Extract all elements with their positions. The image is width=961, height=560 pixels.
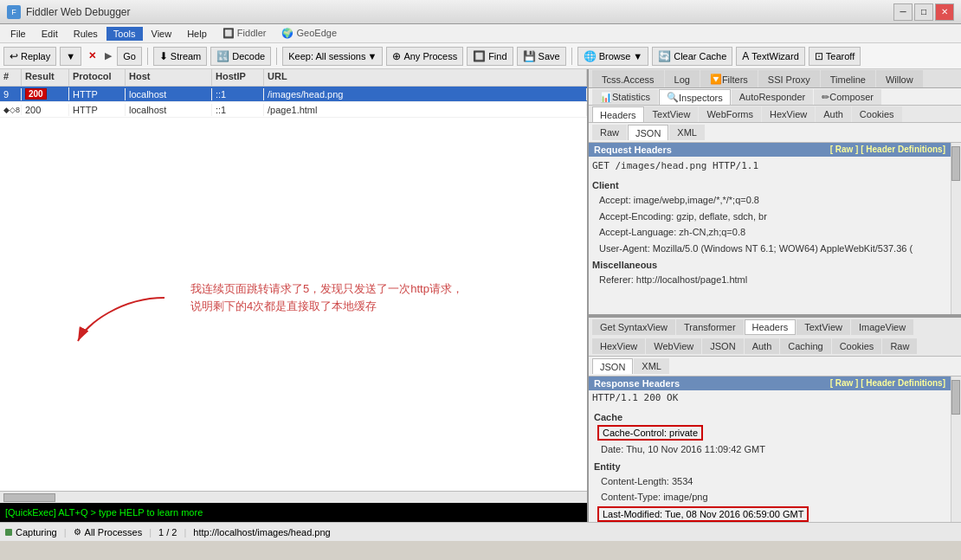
willow-label: Willow (886, 74, 913, 85)
tab-willow[interactable]: Willow (876, 70, 923, 87)
resp-subtab-json[interactable]: JSON (592, 358, 633, 374)
menu-geoedge[interactable]: 🌍 GeoEdge (274, 26, 344, 41)
tab-timeline[interactable]: Timeline (821, 70, 875, 87)
req-tab-textview[interactable]: TextView (645, 106, 699, 122)
statistics-icon: 📊 (600, 92, 612, 103)
tab-composer[interactable]: ✏ Composer (814, 89, 881, 105)
capturing-status: Capturing (5, 527, 57, 537)
tab-tcss-access[interactable]: Tcss.Access (592, 70, 664, 87)
tab-auto-responder[interactable]: AutoResponder (732, 89, 813, 105)
client-group-title: Client (592, 180, 947, 190)
go-button[interactable]: Go (117, 47, 142, 66)
resp-tabs-row1: Get SyntaxView Transformer Headers TextV… (589, 316, 961, 337)
stream-button[interactable]: ⬇ Stream (153, 47, 207, 66)
menu-help[interactable]: Help (180, 27, 214, 41)
req-tab-hexview[interactable]: HexView (762, 106, 815, 122)
arrow-svg (69, 289, 182, 350)
resp-subtab-xml[interactable]: XML (634, 358, 669, 374)
browse-button[interactable]: 🌐 Browse ▼ (577, 47, 649, 66)
tab-log[interactable]: Log (665, 70, 700, 87)
h-scroll-thumb[interactable] (3, 493, 55, 502)
response-content: Response Headers [ Raw ] [ Header Defini… (589, 377, 951, 522)
tab-inspectors[interactable]: 🔍 Inspectors (659, 89, 731, 105)
req-tab-cookies[interactable]: Cookies (852, 106, 902, 122)
header-accept-encoding: Accept-Encoding: gzip, deflate, sdch, br (592, 209, 947, 225)
minimize-button[interactable]: ─ (893, 3, 913, 21)
text-wizard-button[interactable]: A TextWizard (736, 47, 804, 66)
replay-icon: ↩ (10, 50, 18, 62)
resp-tab-json[interactable]: JSON (702, 338, 743, 354)
col-header-result[interactable]: Result (22, 69, 69, 86)
resp-scroll-thumb[interactable] (951, 380, 960, 415)
capturing-label: Capturing (16, 527, 57, 537)
composer-icon: ✏ (822, 92, 829, 103)
clear-cache-button[interactable]: 🔄 Clear Cache (652, 47, 732, 66)
req-scroll-thumb[interactable] (951, 146, 960, 181)
inspectors-label: Inspectors (679, 93, 723, 103)
toolbar: ↩ Replay ▼ ✕ ▶ Go ⬇ Stream 🔣 Decode Keep… (0, 43, 961, 69)
col-header-num[interactable]: # (0, 69, 22, 86)
resp-tab-caching[interactable]: Caching (780, 338, 830, 354)
response-headers-title: Response Headers [ Raw ] [ Header Defini… (589, 377, 951, 390)
resp-tab-auth[interactable]: Auth (745, 338, 780, 354)
resp-tab-headers[interactable]: Headers (745, 319, 797, 335)
tearoff-button[interactable]: ⊡ Tearoff (809, 47, 861, 66)
resp-tab-raw[interactable]: Raw (882, 338, 917, 354)
resp-scrollbar[interactable] (951, 377, 961, 522)
window-controls: ─ □ ✕ (893, 3, 954, 21)
close-button[interactable]: ✕ (935, 3, 954, 21)
table-row[interactable]: 9 200 HTTP localhost ::1 /images/head.pn… (0, 87, 587, 102)
tab-statistics[interactable]: 📊 Statistics (592, 89, 658, 105)
ssi-proxy-label: SSI Proxy (768, 74, 810, 85)
menu-rules[interactable]: Rules (67, 27, 105, 41)
save-button[interactable]: 💾 Save (517, 47, 566, 66)
filters-label: Filters (722, 74, 748, 85)
toolbar-x[interactable]: ✕ (85, 48, 100, 63)
text-wizard-icon: A (742, 50, 749, 62)
table-row[interactable]: ◆◇8 200 HTTP localhost ::1 /page1.html (0, 102, 587, 118)
resp-tab-cookies[interactable]: Cookies (832, 338, 882, 354)
decode-button[interactable]: 🔣 Decode (210, 47, 271, 66)
req-tab-webforms[interactable]: WebForms (699, 106, 761, 122)
req-tab-headers[interactable]: Headers (592, 106, 644, 122)
col-header-protocol[interactable]: Protocol (69, 69, 126, 86)
replay-dropdown[interactable]: ▼ (60, 47, 81, 66)
cell-protocol: HTTP (69, 88, 126, 100)
col-header-host[interactable]: Host (126, 69, 212, 86)
req-subtab-xml[interactable]: XML (669, 125, 705, 140)
resp-tab-webview[interactable]: WebView (646, 338, 701, 354)
menu-tools[interactable]: Tools (106, 27, 143, 41)
cell-hostip: ::1 (212, 104, 264, 116)
col-header-url[interactable]: URL (264, 69, 587, 86)
find-button[interactable]: 🔲 Find (467, 47, 513, 66)
resp-tab-transformer[interactable]: Transformer (676, 319, 744, 335)
left-panel: # Result Protocol Host HostIP URL 9 200 … (0, 69, 589, 522)
maximize-button[interactable]: □ (914, 3, 933, 21)
req-subtab-raw[interactable]: Raw (592, 125, 627, 140)
h-scrollbar[interactable] (0, 491, 587, 503)
header-accept: Accept: image/webp,image/*,*/*;q=0.8 (592, 192, 947, 209)
tab-filters[interactable]: 🔽 Filters (700, 70, 758, 87)
any-process-button[interactable]: ⊕ Any Process (386, 47, 463, 66)
cell-url: /images/head.png (264, 88, 587, 100)
req-subtab-json[interactable]: JSON (628, 125, 668, 140)
resp-tab-imageview[interactable]: ImageView (851, 319, 913, 335)
menu-view[interactable]: View (145, 27, 179, 41)
statistics-label: Statistics (612, 92, 650, 102)
req-scrollbar[interactable] (951, 143, 961, 314)
composer-label: Composer (829, 92, 874, 102)
menu-fiddler[interactable]: 🔲 Fiddler (216, 26, 274, 41)
resp-tab-textview[interactable]: TextView (797, 319, 850, 335)
annotation-text: 我连续页面跳转请求了5，发现只发送了一次http请求， 说明剩下的4次都是直接取… (190, 280, 463, 317)
req-tab-auth[interactable]: Auth (816, 106, 851, 122)
resp-tab-syntaxview[interactable]: Get SyntaxView (592, 319, 675, 335)
col-header-hostip[interactable]: HostIP (212, 69, 264, 86)
stream-icon: ⬇ (159, 50, 168, 62)
resp-tab-hexview[interactable]: HexView (592, 338, 645, 354)
menu-edit[interactable]: Edit (35, 27, 65, 41)
tab-ssi-proxy[interactable]: SSI Proxy (758, 70, 820, 87)
request-tabs-row: Headers TextView WebForms HexView Auth C… (589, 106, 961, 123)
menu-file[interactable]: File (3, 27, 33, 41)
replay-button[interactable]: ↩ Replay (3, 47, 56, 66)
keep-sessions-dropdown[interactable]: Keep: All sessions ▼ (282, 47, 383, 66)
